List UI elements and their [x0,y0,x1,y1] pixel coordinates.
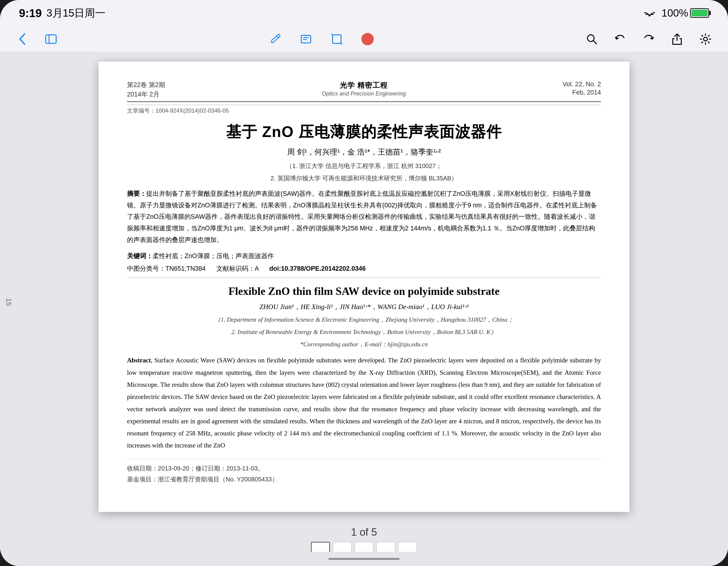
svg-line-11 [593,41,596,44]
status-left: 9:19 3月15日周一 [19,6,106,20]
keywords-cn-label: 关键词： [127,252,153,260]
fund-info: 基金项目：浙江省教育厅资助项目（No. Y200805433） [127,474,601,485]
keywords-cn-section: 关键词：柔性衬底；ZnO薄膜；压电；声表面波器件 [127,250,601,262]
page-number-display: 1 of 5 [351,526,377,538]
header-divider [127,101,601,102]
ipad-frame: 9:19 3月15日周一 100% [0,0,728,566]
toolbar-right [583,31,714,47]
battery-icon [690,8,709,18]
battery-indicator: 100% [661,7,709,19]
svg-line-9 [341,43,342,44]
status-bar: 9:19 3月15日周一 100% [0,0,728,26]
text-box-tool-button[interactable] [298,31,314,47]
abstract-en-label: Abstract [127,357,151,364]
article-authors-cn: 周 剑¹，何兴理¹，金 浩¹*，王德苗¹，骆季奎¹˒² [127,147,601,157]
battery-percent: 100% [661,7,688,19]
toolbar [0,26,728,52]
journal-header: 第22卷 第2期 2014年 2月 光学 精密工程 Optics and Pre… [127,81,601,99]
article-affiliation-en-2: 2. Institute of Renewable Energy & Envir… [127,327,601,337]
journal-title-cn: 光学 精密工程 [175,81,553,90]
svg-point-0 [649,15,651,17]
journal-volume-en: Vol. 22, No. 2 [563,81,601,88]
article-authors-en: ZHOU Jian¹，HE Xing-li²，JIN Hao¹˒*，WANG D… [127,302,601,312]
thumbnail-1[interactable] [311,542,330,552]
thumbnail-2[interactable] [333,542,352,552]
article-affiliation-cn-2: 2. 英国博尔顿大学 可再生能源和环境技术研究所，博尔顿 BL35AB） [127,173,601,183]
cls-cn: 中图分类号：TN651;TN384 [127,265,206,272]
article-title-cn: 基于 ZnO 压电薄膜的柔性声表面波器件 [127,122,601,142]
article-title-en: Flexible ZnO thin film SAW device on pol… [127,285,601,297]
journal-date-en: Feb, 2014 [563,89,601,96]
journal-date-cn: 2014年 2月 [127,90,165,99]
home-bar [328,558,400,560]
corresponding-en: *Corresponding author，E-mail：hjin@zju.ed… [127,339,601,350]
article-affiliation-cn-1: （1. 浙江大学 信息与电子工程学系，浙江 杭州 310027； [127,161,601,171]
svg-line-8 [332,34,332,35]
svg-rect-7 [332,35,341,43]
doc-id-cn: 文献标识码：A [216,265,259,272]
page-thumbnails[interactable] [311,542,417,552]
doi-text: doi:10.3788/OPE.20142202.0346 [269,265,366,272]
page-navigation: 1 of 5 [0,521,728,552]
battery-fill [692,10,708,16]
svg-rect-1 [46,35,56,43]
abstract-en-text: Surface Acoustic Wave (SAW) devices on f… [127,357,601,449]
home-indicator [0,552,728,566]
bottom-notes: 收稿日期：2013-09-20；修订日期：2013-11-03。 基金项目：浙江… [127,459,601,485]
journal-en-info: Vol. 22, No. 2 Feb, 2014 [563,81,601,96]
article-id: 文章编号：1004-924X(2014)02-0346-05 [127,107,601,114]
svg-rect-3 [301,35,311,43]
received-date: 收稿日期：2013-09-20；修订日期：2013-11-03。 [127,463,601,474]
settings-button[interactable] [697,31,714,47]
redo-button[interactable] [640,31,657,47]
thumbnail-4[interactable] [376,542,395,552]
keywords-cn-text: 柔性衬底；ZnO薄膜；压电；声表面波器件 [153,252,274,260]
share-button[interactable] [669,31,685,47]
journal-volume-cn: 第22卷 第2期 [127,81,165,89]
thumbnail-3[interactable] [355,542,373,552]
journal-title-en: Optics and Precision Engineering [175,90,553,97]
back-button[interactable] [14,31,31,47]
toolbar-center [267,31,376,47]
thin-divider [127,105,601,105]
sidebar-toggle-button[interactable] [43,31,59,47]
journal-volume-info: 第22卷 第2期 2014年 2月 [127,81,165,99]
abstract-cn-section: 摘要：提出并制备了基于聚酰亚胺柔性衬底的声表面波(SAW)器件。在柔性聚酰亚胺衬… [127,188,601,246]
cls-doi-section: 中图分类号：TN651;TN384 文献标识码：A doi:10.3788/OP… [127,264,601,273]
record-button[interactable] [359,31,376,47]
search-button[interactable] [583,31,600,47]
crop-tool-button[interactable] [328,31,345,47]
main-content: 15 第22卷 第2期 2014年 2月 光学 精密工程 Optics and … [0,52,728,552]
page-sidebar: 15 [5,298,13,306]
undo-button[interactable] [612,31,628,47]
wifi-icon [643,7,656,19]
svg-point-12 [704,37,707,41]
article-affiliation-en-1: （1. Department of Information Science & … [127,315,601,325]
pdf-document: 第22卷 第2期 2014年 2月 光学 精密工程 Optics and Pre… [99,62,629,512]
toolbar-left [14,31,59,47]
status-time: 9:19 [19,7,42,20]
abstract-en-colon: , [151,357,154,364]
record-dot [361,33,374,45]
thumbnail-5[interactable] [398,542,417,552]
abstract-en-section: Abstract, Surface Acoustic Wave (SAW) de… [127,354,601,452]
status-date: 3月15日周一 [46,6,105,20]
pencil-tool-button[interactable] [267,31,283,47]
abstract-cn-label: 摘要： [127,190,146,197]
abstract-cn-text: 提出并制备了基于聚酰亚胺柔性衬底的声表面波(SAW)器件。在柔性聚酰亚胺衬底上低… [127,190,597,243]
status-right: 100% [643,7,709,19]
page-sidebar-label: 15 [5,298,13,306]
journal-title-block: 光学 精密工程 Optics and Precision Engineering [165,81,563,97]
